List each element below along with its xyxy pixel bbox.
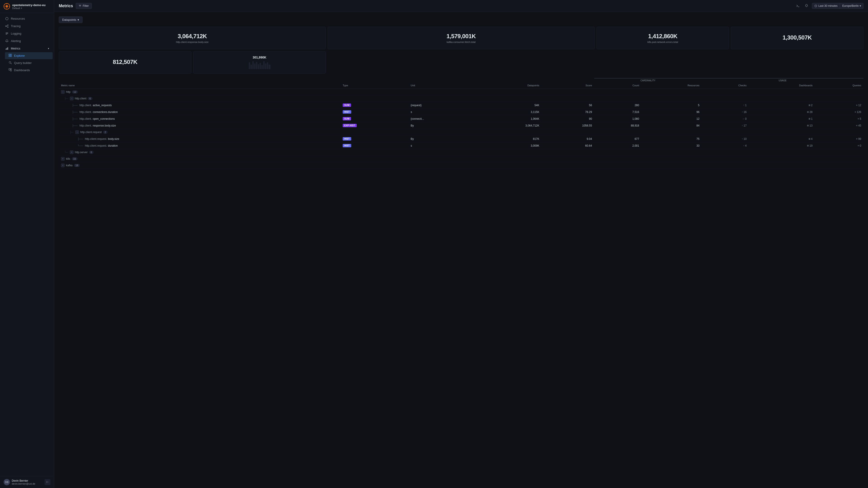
table-body: − http 12 ├─ − http.client: [59, 89, 864, 169]
checks-connections: ↑16: [704, 110, 747, 113]
svg-rect-33: [249, 62, 250, 69]
http-badge: 12: [72, 90, 78, 94]
sidebar-item-query-builder[interactable]: Query builder: [5, 59, 53, 66]
http-collapse-icon[interactable]: −: [61, 90, 65, 94]
svg-point-8: [7, 25, 8, 26]
org-env[interactable]: Default ▾: [12, 7, 45, 9]
notifications-button[interactable]: [803, 3, 810, 9]
checks-req-dur: ↑4: [704, 144, 747, 147]
datapoints-button[interactable]: Datapoints ▾: [59, 17, 83, 23]
datapoints-active-requests: 54K: [534, 104, 539, 107]
metric-card-1-label: http.client.response.body.size: [176, 41, 209, 43]
queries-req-body: ≡99: [817, 137, 861, 140]
kafka-badge: 18: [74, 164, 80, 167]
trend-up-icon-5: ↑: [742, 138, 743, 140]
type-badge-sum-1: SUM: [343, 103, 351, 107]
svg-rect-42: [265, 64, 266, 69]
metric-card-1[interactable]: 3,064,712K http.client.response.body.siz…: [59, 27, 326, 49]
metric-card-3[interactable]: 1,412,860K k8s.pod.network.errors.total: [596, 27, 729, 49]
metric-row-active-requests: ├── http.client.active_requests SUM {req…: [59, 102, 864, 109]
datapoints-chevron-icon: ▾: [78, 18, 79, 22]
checks-resp-body: ↑17: [704, 124, 747, 127]
group-row-http: − http 12: [59, 89, 864, 95]
dashboards-active-requests: ⊞2: [751, 104, 813, 107]
svg-rect-21: [10, 56, 11, 57]
sidebar-item-metrics[interactable]: Metrics ▾: [1, 45, 53, 52]
col-checks: Checks: [702, 82, 749, 89]
sidebar-header: opentelemetry-demo-eu Default ▾: [0, 0, 54, 13]
svg-rect-19: [10, 54, 11, 55]
svg-rect-17: [7, 47, 8, 50]
http-server-group-name: http.server: [75, 151, 88, 154]
kafka-expand-icon[interactable]: +: [61, 164, 65, 167]
sidebar: opentelemetry-demo-eu Default ▾ Resource…: [0, 0, 54, 488]
sidebar-item-alerting-label: Alerting: [11, 39, 21, 43]
svg-rect-15: [6, 48, 6, 50]
svg-rect-38: [258, 64, 259, 69]
filter-icon: [79, 4, 81, 7]
user-avatar: DB: [4, 479, 10, 485]
time-range-display: Last 30 minutes: [812, 3, 840, 8]
clock-icon: [814, 4, 817, 7]
metric-card-4[interactable]: 1,300,507K: [731, 27, 864, 49]
sidebar-toggle-button[interactable]: ⊢: [44, 479, 51, 485]
bell-icon: [805, 4, 808, 8]
svg-rect-40: [261, 65, 263, 69]
metric-card-6[interactable]: 301,990K: [193, 51, 326, 74]
queries-req-dur: ≡0: [817, 144, 861, 147]
terminal-button[interactable]: [795, 3, 801, 9]
col-metric-name: Metric name: [59, 82, 340, 89]
time-selector[interactable]: Last 30 minutes Europe/Berlin ▾: [812, 3, 864, 9]
sidebar-item-alerting[interactable]: Alerting: [1, 37, 53, 44]
trend-up-icon: ↑: [743, 104, 744, 106]
sidebar-item-dashboards[interactable]: Dashboards: [5, 67, 53, 74]
checks-open-conn: →0: [704, 117, 747, 121]
svg-line-23: [11, 63, 11, 64]
metric-card-5-value: 812,507K: [113, 59, 137, 66]
http-client-request-collapse-icon[interactable]: −: [75, 130, 79, 134]
filter-button[interactable]: Filter: [76, 3, 92, 9]
metric-card-6-value: 301,990K: [253, 56, 267, 59]
queries-icon-4: ≡: [856, 124, 858, 127]
sidebar-item-resources[interactable]: Resources: [1, 15, 53, 22]
topbar-right: Last 30 minutes Europe/Berlin ▾: [795, 3, 864, 9]
alerting-icon: [5, 39, 8, 43]
svg-rect-18: [9, 54, 10, 55]
sidebar-item-logging[interactable]: Logging: [1, 30, 53, 37]
page-title: Metrics: [59, 4, 73, 8]
col-unit: Unit: [408, 82, 474, 89]
svg-rect-24: [9, 68, 10, 70]
http-server-expand-icon[interactable]: +: [70, 151, 73, 154]
metric-card-1-value: 3,064,712K: [178, 33, 207, 40]
sidebar-item-tracing[interactable]: Tracing: [1, 22, 53, 30]
logging-icon: [5, 32, 8, 35]
count-active-requests: 280: [634, 104, 639, 107]
group-row-http-client: ├─ − http.client 6: [59, 95, 864, 102]
sidebar-item-query-builder-label: Query builder: [14, 61, 32, 65]
resources-active-requests: 5: [698, 104, 700, 107]
k8s-expand-icon[interactable]: +: [61, 157, 65, 161]
k8s-badge: 33: [72, 157, 78, 160]
sidebar-item-dashboards-label: Dashboards: [14, 68, 30, 72]
col-datapoints: Datapoints: [474, 82, 541, 89]
trend-up-icon-4: ↑: [742, 124, 743, 127]
content-area: Datapoints ▾ 3,064,712K http.client.resp…: [54, 12, 868, 488]
sidebar-item-tracing-label: Tracing: [11, 24, 21, 28]
column-headers-row: Metric name Type Unit Datapoints Score C…: [59, 82, 864, 89]
http-client-group-name: http.client: [75, 97, 86, 100]
dashboards-open-conn: ⊞1: [751, 117, 813, 121]
col-resources: Resources: [641, 82, 702, 89]
metrics-table: CARDINALITY USAGE Metric name Type Unit …: [59, 78, 864, 169]
metric-card-5[interactable]: 812,507K: [59, 51, 191, 74]
metric-card-2[interactable]: 1,579,001K kafka.consumer.fetch.total: [328, 27, 594, 49]
svg-rect-43: [267, 62, 268, 69]
sidebar-footer: DB Devin Bernier devin.bernier@uxi.de ⊢: [0, 476, 54, 488]
timezone-selector[interactable]: Europe/Berlin ▾: [840, 3, 863, 8]
sidebar-item-explorer[interactable]: Explorer: [5, 52, 53, 59]
active-requests-connector: ├──: [72, 104, 78, 107]
metric-row-request-body-size: ├── http.client.request.body.size HIST B…: [59, 135, 864, 142]
http-client-collapse-icon[interactable]: −: [70, 97, 73, 100]
metric-row-response-body-size: ├── http.client.response.body.size EXP H…: [59, 122, 864, 129]
mini-chart: [195, 60, 324, 69]
dash-icon-6: ⊞: [807, 144, 809, 147]
